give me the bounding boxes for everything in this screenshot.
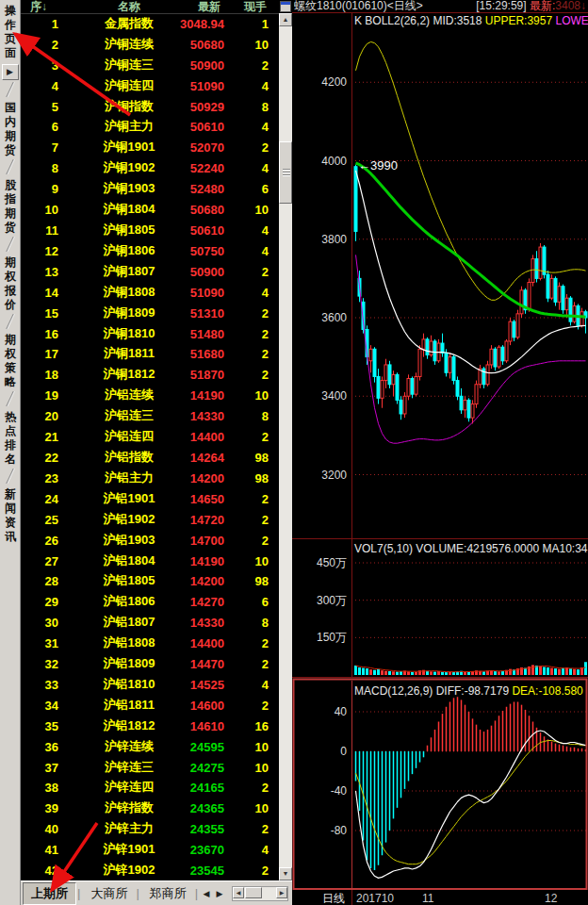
horizontal-scrollbar[interactable]: ◀▶ (232, 886, 288, 901)
watchlist-row[interactable]: 10沪铜18045068010 (21, 199, 279, 220)
watchlist-row[interactable]: 6沪铜主力506104 (21, 117, 279, 138)
cell-price: 50680 (134, 203, 224, 217)
cell-vol: 4 (223, 120, 269, 134)
watchlist-row[interactable]: 25沪铝1902147202 (21, 509, 279, 530)
sidebar-tab-1[interactable]: 股指期货 (0, 174, 21, 237)
cell-vol: 10 (223, 739, 269, 753)
column-header-seq[interactable]: 序↓ (30, 0, 58, 13)
cell-price: 14400 (134, 636, 224, 650)
watchlist-row[interactable]: 1金属指数3048.941 (21, 13, 279, 34)
expand-arrow-button[interactable]: ▶ (2, 64, 19, 80)
window-icon[interactable] (280, 1, 291, 12)
watchlist-row[interactable]: 7沪铜1901520702 (21, 137, 279, 157)
tab-scroll-right-button[interactable]: ▶ (213, 889, 226, 898)
watchlist-row[interactable]: 16沪铜1810514802 (21, 323, 279, 344)
watchlist-row[interactable]: 2沪铜连续5068010 (21, 34, 279, 55)
cell-vol: 10 (223, 203, 269, 217)
column-header-last[interactable]: 最新 (134, 0, 220, 13)
chart-panel: 螺纹1810(010610)<日线> [15:29:59] 最新: 3408↓ … (292, 0, 588, 905)
watchlist-row[interactable]: 27沪铝18041419010 (21, 551, 279, 571)
sidebar-tab-4[interactable]: 热点排名 (0, 406, 21, 469)
cell-seq: 10 (21, 203, 58, 217)
cell-price: 51870 (134, 368, 224, 382)
watchlist-row[interactable]: 20沪铝连三143308 (21, 405, 279, 426)
watchlist-row[interactable]: 14沪铜1808510904 (21, 282, 279, 303)
watchlist-row[interactable]: 24沪铝1901146502 (21, 488, 279, 509)
exchange-tab-0[interactable]: 上期所 (23, 882, 76, 905)
cell-price: 14330 (134, 409, 224, 423)
watchlist-row[interactable]: 3沪铜连三509002 (21, 55, 279, 75)
watchlist-row[interactable]: 34沪铝1811146002 (21, 695, 279, 716)
cell-seq: 23 (21, 470, 58, 485)
exchange-tab-2[interactable]: 郑商所 (142, 883, 194, 904)
scroll-down-button[interactable]: ▼ (279, 867, 292, 880)
tab-scroll-left-button[interactable]: ◀ (200, 889, 213, 898)
watchlist-row[interactable]: 37沪锌连三2427510 (21, 757, 279, 778)
hscroll-thumb[interactable] (245, 887, 262, 898)
watchlist-row[interactable]: 30沪铝1807143308 (21, 612, 279, 633)
cell-vol: 2 (223, 512, 269, 526)
watchlist-row[interactable]: 29沪铝1806142706 (21, 591, 279, 612)
watchlist-row[interactable]: 33沪铝1810145254 (21, 674, 279, 695)
watchlist-row[interactable]: 26沪铝1903147002 (21, 530, 279, 551)
cell-vol: 98 (223, 470, 269, 485)
watchlist-row[interactable]: 40沪锌主力243552 (21, 818, 279, 839)
watchlist-row[interactable]: 39沪锌指数2436510 (21, 798, 279, 818)
cell-vol: 4 (223, 285, 269, 299)
cell-vol: 8 (223, 409, 269, 423)
watchlist-row[interactable]: 36沪锌连续2459510 (21, 736, 279, 757)
kline-chart[interactable]: 420040003800360034003200450万300万150万400-… (292, 0, 588, 905)
cell-price: 24365 (134, 801, 224, 815)
watchlist-row[interactable]: 17沪铜1811516802 (21, 344, 279, 365)
watchlist-row[interactable]: 22沪铝指数1426498 (21, 447, 279, 468)
watchlist-scrollbar[interactable]: ▲ ▼ (279, 13, 292, 880)
hscroll-right-button[interactable]: ▶ (276, 887, 287, 898)
watchlist-row[interactable]: 21沪铝连四144002 (21, 426, 279, 447)
svg-text:4000: 4000 (321, 155, 347, 168)
watchlist-row[interactable]: 15沪铜1809513102 (21, 303, 279, 323)
watchlist-row[interactable]: 23沪铝主力1420098 (21, 468, 279, 488)
watchlist-row[interactable]: 42沪锌1902235452 (21, 860, 279, 880)
cell-vol: 2 (223, 491, 269, 505)
cell-vol: 2 (223, 305, 269, 320)
sidebar-tab-5[interactable]: 新闻资讯 (0, 484, 21, 546)
svg-text:300万: 300万 (317, 594, 347, 607)
tab-separator (0, 159, 20, 174)
sidebar-tab-0[interactable]: 国内期货 (0, 97, 21, 159)
cell-seq: 8 (21, 161, 58, 175)
watchlist-row[interactable]: 18沪铜1812518702 (21, 364, 279, 385)
hscroll-left-button[interactable]: ◀ (233, 887, 244, 898)
svg-text:11: 11 (422, 892, 434, 905)
cell-seq: 27 (21, 553, 58, 568)
watchlist-row[interactable]: 9沪铜1903524806 (21, 178, 279, 199)
watchlist-row[interactable]: 13沪铜1807509002 (21, 261, 279, 282)
cell-price: 52070 (134, 140, 224, 155)
exchange-tab-1[interactable]: 大商所 (83, 883, 135, 904)
watchlist-row[interactable]: 11沪铜1805506104 (21, 220, 279, 240)
watchlist-row[interactable]: 8沪铜1902522404 (21, 157, 279, 178)
cell-price: 50750 (134, 243, 224, 257)
sidebar-tab-3[interactable]: 期权策略 (0, 329, 21, 391)
sidebar-tab-2[interactable]: 期权报价 (0, 252, 21, 314)
watchlist-rows: 1金属指数3048.9412沪铜连续50680103沪铜连三5090024沪铜连… (21, 13, 279, 880)
watchlist-row[interactable]: 32沪铝1809144702 (21, 653, 279, 674)
watchlist-row[interactable]: 28沪铝18051420098 (21, 570, 279, 591)
sidebar-tab-operate-page[interactable]: 操作页面 (0, 0, 21, 62)
watchlist-row[interactable]: 19沪铝连续1419010 (21, 385, 279, 405)
svg-text:3400: 3400 (321, 389, 347, 403)
watchlist-row[interactable]: 5沪铜指数509298 (21, 96, 279, 117)
watchlist-row[interactable]: 41沪锌1901236704 (21, 839, 279, 860)
scroll-up-button[interactable]: ▲ (279, 13, 292, 26)
watchlist-row[interactable]: 12沪铜1806507504 (21, 240, 279, 261)
cell-price: 14650 (134, 491, 224, 505)
cell-seq: 12 (21, 243, 58, 257)
cell-price: 14610 (134, 718, 224, 732)
svg-text:3200: 3200 (321, 469, 347, 482)
watchlist-row[interactable]: 31沪铝1808144002 (21, 633, 279, 653)
scrollbar-thumb[interactable] (279, 141, 292, 204)
column-header-hands[interactable]: 现手 (223, 0, 267, 13)
watchlist-row[interactable]: 38沪锌连四241652 (21, 778, 279, 798)
watchlist-row[interactable]: 35沪铝18121461016 (21, 716, 279, 736)
watchlist-row[interactable]: 4沪铜连四510904 (21, 75, 279, 96)
cell-vol: 98 (223, 450, 269, 464)
